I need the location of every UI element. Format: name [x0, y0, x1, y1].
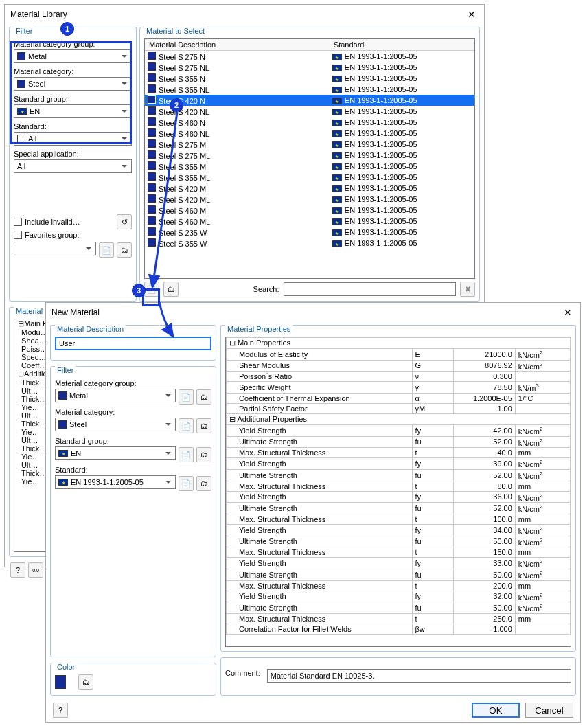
sgroup-label: Standard group:	[55, 437, 211, 445]
table-row[interactable]: Ultimate Strengthfu50.00kN/cm2	[227, 602, 571, 614]
table-row[interactable]: Yield Strengthfy33.00kN/cm2	[227, 558, 571, 569]
mcgroup-value: Metal	[69, 391, 88, 400]
favorites-checkbox[interactable]: Favorites group:	[14, 231, 132, 239]
table-row[interactable]: Max. Structural Thicknesst40.0mm	[227, 448, 571, 458]
table-row[interactable]: Correlation Factor for Fillet Weldsβw1.0…	[227, 624, 571, 634]
close-icon[interactable]: ✕	[465, 9, 479, 20]
mcat-label: Material category:	[55, 408, 211, 416]
table-row[interactable]: Ultimate Strengthfu52.00kN/cm2	[227, 436, 571, 448]
color-swatch[interactable]	[55, 675, 66, 689]
edit-button[interactable]: 🗂	[196, 418, 211, 433]
material-list[interactable]: Material Description Standard Steel S 27…	[144, 38, 475, 279]
new-material-button[interactable]: 📄	[144, 282, 159, 297]
table-row[interactable]: Steel S 355 ML★EN 1993-1-1:2005-05	[145, 172, 474, 183]
help-button[interactable]: ?	[10, 562, 25, 578]
table-row[interactable]: Ultimate Strengthfu50.00kN/cm2	[227, 569, 571, 580]
table-row[interactable]: Steel S 460 ML★EN 1993-1-1:2005-05	[145, 216, 474, 227]
table-row[interactable]: Ultimate Strengthfu52.00kN/cm2	[227, 469, 571, 481]
desc-legend: Material Description	[55, 325, 126, 333]
std-label: Standard:	[14, 122, 132, 130]
table-row[interactable]: Steel S 420 N★EN 1993-1-1:2005-05	[145, 95, 474, 106]
new-button[interactable]: 📄	[179, 476, 194, 491]
eu-flag-icon: ★	[58, 479, 68, 486]
props-legend: Material Properties	[225, 325, 292, 333]
table-row[interactable]: Ultimate Strengthfu50.00kN/cm2	[227, 536, 571, 547]
swatch-icon	[17, 80, 25, 88]
new-fav-button[interactable]: 📄	[99, 242, 114, 258]
table-row[interactable]: Yield Strengthfy32.00kN/cm2	[227, 591, 571, 602]
table-row[interactable]: Steel S 275 ML★EN 1993-1-1:2005-05	[145, 150, 474, 161]
table-row[interactable]: Partial Safety FactorγM1.00	[227, 403, 571, 413]
table-row[interactable]: Steel S 460 N★EN 1993-1-1:2005-05	[145, 117, 474, 128]
table-row[interactable]: Modulus of ElasticityE21000.0kN/cm2	[227, 349, 571, 361]
edit-button[interactable]: 🗂	[196, 476, 211, 491]
table-row[interactable]: Steel S 355 N★EN 1993-1-1:2005-05	[145, 73, 474, 84]
table-row[interactable]: Steel S 355 M★EN 1993-1-1:2005-05	[145, 161, 474, 172]
table-row[interactable]: Steel S 275 N★EN 1993-1-1:2005-05	[145, 51, 474, 62]
std-value: EN 1993-1-1:2005-05	[71, 478, 144, 486]
sgroup-combo[interactable]: ★ EN	[14, 104, 132, 118]
table-row[interactable]: Yield Strengthfy42.00kN/cm2	[227, 424, 571, 436]
table-row[interactable]: Yield Strengthfy34.00kN/cm2	[227, 524, 571, 536]
mcgroup-combo[interactable]: Metal	[55, 389, 176, 402]
table-row[interactable]: Max. Structural Thicknesst150.0mm	[227, 547, 571, 558]
table-row[interactable]: Max. Structural Thicknesst80.0mm	[227, 481, 571, 491]
table-row[interactable]: Max. Structural Thicknesst100.0mm	[227, 514, 571, 524]
cancel-button[interactable]: Cancel	[525, 703, 573, 718]
table-row[interactable]: Steel S 460 NL★EN 1993-1-1:2005-05	[145, 128, 474, 139]
mcat-combo[interactable]: Steel	[14, 77, 132, 91]
table-row[interactable]: Max. Structural Thicknesst250.0mm	[227, 613, 571, 624]
edit-button[interactable]: 🗂	[196, 447, 211, 462]
sgroup-combo[interactable]: ★ EN	[55, 446, 176, 460]
search-input[interactable]	[284, 282, 456, 296]
table-row[interactable]: Steel S 460 M★EN 1993-1-1:2005-05	[145, 205, 474, 216]
std-combo[interactable]: All	[14, 132, 132, 146]
table-row[interactable]: Steel S 420 NL★EN 1993-1-1:2005-05	[145, 106, 474, 117]
table-row[interactable]: Yield Strengthfy36.00kN/cm2	[227, 491, 571, 503]
mcat-label: Material category:	[14, 67, 132, 76]
include-invalid-label: Include invalid…	[25, 218, 80, 226]
table-row[interactable]: Specific Weightγ78.50kN/m3	[227, 382, 571, 394]
ok-button[interactable]: OK	[472, 703, 520, 718]
table-row[interactable]: Poisson´s Ratioν0.300	[227, 372, 571, 382]
comment-input[interactable]	[267, 669, 571, 683]
reset-filter-button[interactable]: ↺	[117, 214, 132, 229]
spec-combo[interactable]: All	[14, 159, 132, 173]
close-icon[interactable]: ✕	[561, 307, 575, 318]
props-table[interactable]: ⊟ Main PropertiesModulus of ElasticityE2…	[225, 337, 571, 647]
table-row[interactable]: Steel S 420 ML★EN 1993-1-1:2005-05	[145, 194, 474, 205]
new-button[interactable]: 📄	[179, 418, 194, 433]
edit-color-button[interactable]: 🗂	[78, 674, 93, 690]
col-desc[interactable]: Material Description	[145, 39, 330, 51]
table-row[interactable]: Steel S 355 NL★EN 1993-1-1:2005-05	[145, 84, 474, 95]
new-button[interactable]: 📄	[179, 389, 194, 405]
table-row[interactable]: Ultimate Strengthfu52.00kN/cm2	[227, 503, 571, 514]
filter-legend: Filter	[14, 27, 34, 35]
favorites-combo[interactable]	[14, 242, 96, 255]
clear-search-button[interactable]: ✖	[460, 282, 475, 297]
mcat-combo[interactable]: Steel	[55, 418, 176, 431]
table-row[interactable]: Yield Strengthfy39.00kN/cm2	[227, 458, 571, 470]
table-row[interactable]: Steel S 275 NL★EN 1993-1-1:2005-05	[145, 62, 474, 73]
edit-button[interactable]: 🗂	[196, 389, 211, 405]
desc-input[interactable]	[55, 337, 211, 350]
swatch-icon	[58, 420, 67, 429]
table-row[interactable]: Steel S 420 M★EN 1993-1-1:2005-05	[145, 183, 474, 194]
table-row[interactable]: Coefficient of Thermal Expansionα1.2000E…	[227, 393, 571, 403]
table-row[interactable]: Max. Structural Thicknesst200.0mm	[227, 580, 571, 591]
table-row[interactable]: Shear ModulusG8076.92kN/cm2	[227, 360, 571, 372]
include-invalid-checkbox[interactable]: Include invalid…	[14, 218, 80, 226]
mcgroup-combo[interactable]: Metal	[14, 49, 132, 63]
mcgroup-label: Material category group:	[55, 379, 211, 387]
eu-flag-icon: ★	[17, 108, 27, 115]
std-combo[interactable]: ★ EN 1993-1-1:2005-05	[55, 475, 176, 489]
table-row[interactable]: Steel S 235 W★EN 1993-1-1:2005-05	[145, 227, 474, 238]
edit-material-button[interactable]: 🗂	[163, 282, 179, 297]
new-button[interactable]: 📄	[179, 447, 194, 462]
col-std[interactable]: Standard	[330, 39, 465, 51]
units-button[interactable]: 0.0	[28, 562, 43, 578]
table-row[interactable]: Steel S 275 M★EN 1993-1-1:2005-05	[145, 139, 474, 150]
table-row[interactable]: Steel S 355 W★EN 1993-1-1:2005-05	[145, 238, 474, 249]
edit-fav-button[interactable]: 🗂	[117, 242, 132, 258]
help-button[interactable]: ?	[53, 703, 68, 718]
